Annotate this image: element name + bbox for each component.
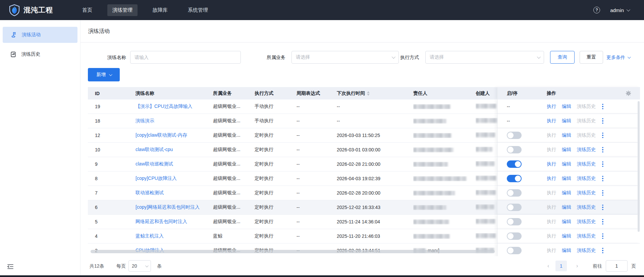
enable-toggle[interactable] [507, 146, 522, 153]
flag-icon [10, 31, 17, 38]
sidebar-item-drill-history[interactable]: 演练历史 [3, 46, 77, 62]
nav-item[interactable]: 首页 [77, 4, 97, 16]
drill-name-input[interactable] [130, 51, 241, 64]
page-suffix-label: 页 [631, 259, 636, 273]
drill-name-link[interactable]: claw联动测试-cpu [136, 147, 173, 152]
history-action[interactable]: 演练历史 [577, 161, 596, 167]
more-actions-icon[interactable] [601, 190, 604, 197]
history-action[interactable]: 演练历史 [577, 103, 596, 110]
help-icon[interactable]: ? [593, 7, 600, 13]
drill-name-link[interactable]: claw联动巡检测试 [136, 161, 173, 166]
more-actions-icon[interactable] [601, 175, 604, 182]
column-settings-gear-icon[interactable] [626, 90, 631, 96]
enable-toggle[interactable] [507, 175, 522, 182]
history-action[interactable]: 演练历史 [577, 204, 596, 210]
run-action[interactable]: 执行 [547, 103, 556, 110]
redacted-creator [476, 132, 495, 137]
enable-toggle[interactable] [507, 218, 522, 225]
prev-page-icon[interactable]: ‹ [547, 259, 549, 273]
edit-action[interactable]: 编辑 [562, 161, 571, 167]
edit-action[interactable]: 编辑 [562, 103, 571, 110]
drill-name-link[interactable]: 蓝鲸主机注入 [136, 233, 164, 238]
reset-button[interactable]: 重置 [580, 51, 603, 64]
more-actions-icon[interactable] [601, 247, 604, 254]
enable-toggle[interactable] [507, 247, 522, 254]
enable-toggle[interactable] [507, 204, 522, 211]
more-actions-icon[interactable] [601, 218, 604, 225]
edit-action[interactable]: 编辑 [562, 132, 571, 138]
history-action[interactable]: 演练历史 [577, 118, 596, 124]
more-actions-icon[interactable] [601, 204, 604, 211]
run-action[interactable]: 执行 [547, 248, 556, 254]
cell-creator [476, 204, 497, 210]
run-action[interactable]: 执行 [547, 233, 556, 239]
more-actions-icon[interactable] [601, 161, 604, 168]
cell-exec: 定时执行 [255, 190, 297, 196]
history-action[interactable]: 演练历史 [577, 190, 596, 196]
run-action[interactable]: 执行 [547, 147, 556, 153]
nav-item[interactable]: 演练管理 [107, 4, 138, 16]
history-action[interactable]: 演练历史 [577, 219, 596, 225]
edit-action[interactable]: 编辑 [562, 233, 571, 239]
collapse-sidebar-icon[interactable] [7, 263, 14, 270]
current-page-button[interactable]: 1 [555, 261, 567, 271]
run-action[interactable]: 执行 [547, 219, 556, 225]
col-next-time[interactable]: 下次执行时间 [337, 90, 413, 96]
edit-action[interactable]: 编辑 [562, 176, 571, 182]
user-menu[interactable]: admin [610, 7, 629, 13]
drill-name-link[interactable]: [copy]CPU故障注入 [136, 176, 177, 181]
edit-action[interactable]: 编辑 [562, 219, 571, 225]
goto-page-input[interactable] [606, 260, 628, 272]
run-action[interactable]: 执行 [547, 161, 556, 167]
enable-toggle[interactable] [507, 132, 522, 139]
edit-action[interactable]: 编辑 [562, 190, 571, 196]
drill-name-link[interactable]: [copy]网络延迟和丢包同时注入 [136, 204, 200, 210]
sidebar-item-drill-activity[interactable]: 演练活动 [3, 27, 77, 43]
vertical-scrollbar[interactable] [638, 101, 640, 232]
cell-business: 超级网银业... [213, 204, 255, 210]
drill-name-link[interactable]: 演练演示 [136, 118, 154, 123]
cell-creator [476, 161, 497, 167]
history-action[interactable]: 演练历史 [577, 147, 596, 153]
more-conditions-link[interactable]: 更多条件 [606, 51, 630, 64]
next-page-icon[interactable]: › [576, 259, 578, 273]
edit-action[interactable]: 编辑 [562, 118, 571, 124]
drill-name-link[interactable]: [copy]claw联动测试-内存 [136, 132, 187, 138]
nav-item[interactable]: 系统管理 [183, 4, 213, 16]
more-actions-icon[interactable] [601, 233, 604, 240]
add-button[interactable]: 新增 [88, 68, 120, 81]
run-action[interactable]: 执行 [547, 118, 556, 124]
horizontal-scrollbar[interactable] [91, 250, 495, 253]
cell-cron: -- [297, 161, 337, 167]
history-action[interactable]: 演练历史 [577, 248, 596, 254]
history-action[interactable]: 演练历史 [577, 132, 596, 138]
run-action[interactable]: 执行 [547, 204, 556, 210]
drill-name-link[interactable]: 网络延迟和丢包同时注入 [136, 219, 187, 224]
more-actions-icon[interactable] [601, 146, 604, 153]
enable-toggle[interactable] [507, 232, 522, 240]
run-action[interactable]: 执行 [547, 132, 556, 138]
sort-icon[interactable] [367, 91, 370, 96]
enable-toggle[interactable] [507, 189, 522, 197]
history-action[interactable]: 演练历史 [577, 176, 596, 182]
query-button[interactable]: 查询 [550, 51, 575, 64]
edit-action[interactable]: 编辑 [562, 147, 571, 153]
run-action[interactable]: 执行 [547, 190, 556, 196]
pagination: 共12条 每页 20 条 ‹ 1 › 前往 页 [80, 259, 644, 273]
edit-action[interactable]: 编辑 [562, 248, 571, 254]
exec-mode-select[interactable]: 请选择 [425, 51, 544, 64]
drill-name-link[interactable]: 【演示】CPU过高故障输入 [136, 103, 193, 109]
history-action[interactable]: 演练历史 [577, 233, 596, 239]
more-actions-icon[interactable] [601, 118, 604, 125]
edit-action[interactable]: 编辑 [562, 204, 571, 210]
enable-toggle[interactable] [507, 160, 522, 168]
nav-item[interactable]: 故障库 [148, 4, 173, 16]
col-next-time-label: 下次执行时间 [337, 90, 365, 96]
goto-label: 前往 [593, 259, 602, 273]
business-select[interactable]: 请选择 [291, 51, 399, 64]
run-action[interactable]: 执行 [547, 176, 556, 182]
drill-name-link[interactable]: 联动巡检测试 [136, 190, 164, 195]
page-size-select[interactable]: 20 [128, 260, 151, 272]
more-actions-icon[interactable] [601, 132, 604, 139]
more-actions-icon[interactable] [601, 103, 604, 110]
